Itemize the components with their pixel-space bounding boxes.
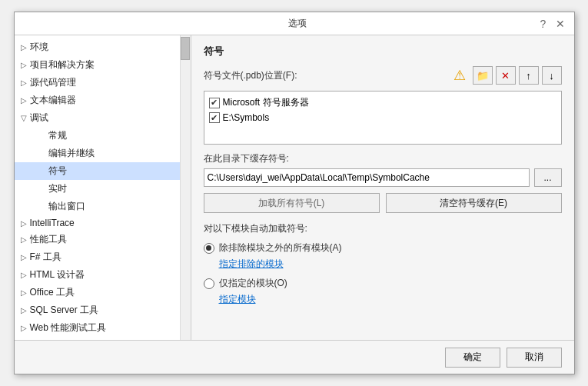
- dialog-title: 选项: [59, 17, 536, 30]
- sidebar-item-html[interactable]: ▷HTML 设计器: [15, 266, 191, 284]
- sidebar-item-label: Office 工具: [30, 287, 75, 298]
- expand-arrow: ▷: [21, 78, 28, 87]
- exclude-modules-link[interactable]: 指定排除的模块: [219, 258, 562, 271]
- sidebar-item-label: 实时: [48, 183, 67, 194]
- symbol-file-row: 符号文件(.pdb)位置(F): ⚠ 📁 ✕ ↑ ↓: [204, 66, 562, 85]
- sidebar-item-debug-edit[interactable]: 编辑并继续: [15, 145, 191, 162]
- sidebar-item-fsharp[interactable]: ▷F# 工具: [15, 248, 191, 266]
- dialog-body: ▷环境▷项目和解决方案▷源代码管理▷文本编辑器▽调试常规编辑并继续符号实时输出窗…: [15, 35, 574, 340]
- sidebar-item-label: 编辑并继续: [48, 148, 95, 158]
- sidebar-item-text[interactable]: ▷文本编辑器: [15, 92, 191, 109]
- sidebar-item-env[interactable]: ▷环境: [15, 38, 191, 56]
- sidebar-item-web[interactable]: ▷Web 性能测试工具: [15, 319, 191, 337]
- sidebar-item-label: F# 工具: [30, 251, 61, 262]
- listbox-item-label: E:\Symbols: [223, 112, 270, 123]
- listbox-item-label: Microsoft 符号服务器: [223, 96, 309, 109]
- expand-arrow: ▷: [21, 219, 28, 228]
- dialog-footer: 确定 取消: [15, 340, 574, 374]
- expand-arrow: ▷: [21, 253, 28, 261]
- options-dialog: 选项 ? ✕ ▷环境▷项目和解决方案▷源代码管理▷文本编辑器▽调试常规编辑并继续…: [14, 12, 575, 374]
- specify-modules-link[interactable]: 指定模块: [219, 293, 562, 306]
- sidebar-item-debug[interactable]: ▽调试: [15, 109, 191, 127]
- sidebar-item-proj[interactable]: ▷项目和解决方案: [15, 56, 191, 74]
- down-arrow-icon: ↓: [549, 70, 554, 82]
- cache-path-input[interactable]: [204, 168, 530, 187]
- sidebar-item-debug-symbol[interactable]: 符号: [15, 162, 191, 180]
- title-controls: ? ✕: [536, 16, 568, 32]
- clear-cache-button[interactable]: 清空符号缓存(E): [386, 193, 562, 213]
- action-buttons-row: 加载所有符号(L) 清空符号缓存(E): [204, 193, 562, 213]
- sidebar-scrollbar[interactable]: [180, 35, 191, 340]
- folder-icon: 📁: [477, 70, 489, 82]
- expand-arrow: ▷: [21, 43, 28, 52]
- radio1-label: 除排除模块之外的所有模块(A): [219, 241, 342, 255]
- up-icon-button[interactable]: ↑: [519, 66, 539, 85]
- sidebar-item-label: 调试: [30, 112, 48, 123]
- symbol-file-label: 符号文件(.pdb)位置(F):: [204, 69, 447, 82]
- section-title: 符号: [204, 45, 562, 58]
- sidebar: ▷环境▷项目和解决方案▷源代码管理▷文本编辑器▽调试常规编辑并继续符号实时输出窗…: [15, 35, 191, 340]
- sidebar-item-win[interactable]: ▷Windows 窗体设计器: [15, 337, 191, 340]
- checkbox-icon[interactable]: ✔: [209, 98, 220, 108]
- title-bar: 选项 ? ✕: [15, 12, 574, 35]
- sidebar-item-perf[interactable]: ▷性能工具: [15, 231, 191, 248]
- expand-arrow: ▷: [21, 271, 28, 279]
- help-button[interactable]: ?: [536, 16, 551, 32]
- sidebar-item-label: 源代码管理: [30, 77, 76, 88]
- browse-button[interactable]: ...: [534, 168, 562, 187]
- sidebar-item-label: 环境: [30, 42, 48, 52]
- delete-icon-button[interactable]: ✕: [496, 66, 516, 85]
- symbol-listbox[interactable]: ✔Microsoft 符号服务器✔E:\Symbols: [204, 91, 562, 145]
- radio2-row: 仅指定的模块(O): [204, 277, 562, 290]
- cancel-button[interactable]: 取消: [507, 348, 562, 368]
- sidebar-item-label: 文本编辑器: [30, 95, 76, 105]
- radio1-row: 除排除模块之外的所有模块(A): [204, 241, 562, 255]
- sidebar-item-sql[interactable]: ▷SQL Server 工具: [15, 301, 191, 319]
- content-area: 符号 符号文件(.pdb)位置(F): ⚠ 📁 ✕ ↑ ↓ ✔Micr: [191, 35, 574, 340]
- sidebar-item-label: 常规: [48, 130, 67, 141]
- sidebar-item-label: 符号: [48, 165, 67, 176]
- scrollbar-thumb: [181, 37, 190, 60]
- warning-icon: ⚠: [450, 66, 470, 85]
- radio2-icon[interactable]: [204, 278, 214, 289]
- collapse-arrow: ▽: [21, 114, 28, 122]
- listbox-item[interactable]: ✔E:\Symbols: [208, 111, 558, 125]
- expand-arrow: ▷: [21, 96, 28, 105]
- sidebar-item-intellitrace[interactable]: ▷IntelliTrace: [15, 215, 191, 231]
- cache-label: 在此目录下缓存符号:: [204, 152, 562, 165]
- sidebar-item-debug-output[interactable]: 输出窗口: [15, 198, 191, 215]
- sidebar-item-label: 输出窗口: [48, 201, 85, 211]
- sidebar-item-label: 项目和解决方案: [30, 59, 95, 70]
- expand-arrow: ▷: [21, 288, 28, 297]
- sidebar-item-label: IntelliTrace: [30, 218, 75, 228]
- sidebar-item-label: Web 性能测试工具: [30, 322, 107, 333]
- folder-icon-button[interactable]: 📁: [473, 66, 493, 85]
- cache-field-row: ...: [204, 168, 562, 187]
- expand-arrow: ▷: [21, 61, 28, 69]
- auto-load-label: 对以下模块自动加载符号:: [204, 222, 562, 235]
- sidebar-item-label: HTML 设计器: [30, 269, 85, 280]
- sidebar-item-debug-general[interactable]: 常规: [15, 127, 191, 145]
- listbox-item[interactable]: ✔Microsoft 符号服务器: [208, 95, 558, 111]
- expand-arrow: ▷: [21, 324, 28, 332]
- radio2-label: 仅指定的模块(O): [219, 277, 287, 290]
- checkbox-icon[interactable]: ✔: [209, 112, 220, 123]
- down-icon-button[interactable]: ↓: [542, 66, 562, 85]
- ok-button[interactable]: 确定: [445, 348, 500, 368]
- sidebar-item-debug-rt[interactable]: 实时: [15, 180, 191, 198]
- sidebar-item-label: 性能工具: [30, 234, 67, 245]
- close-button[interactable]: ✕: [553, 16, 568, 32]
- load-all-button[interactable]: 加载所有符号(L): [204, 193, 380, 213]
- sidebar-item-office[interactable]: ▷Office 工具: [15, 284, 191, 301]
- delete-icon: ✕: [501, 70, 510, 82]
- expand-arrow: ▷: [21, 306, 28, 314]
- sidebar-item-label: SQL Server 工具: [30, 304, 99, 315]
- radio1-icon[interactable]: [204, 243, 214, 254]
- sidebar-item-src[interactable]: ▷源代码管理: [15, 74, 191, 92]
- expand-arrow: ▷: [21, 235, 28, 244]
- up-arrow-icon: ↑: [526, 70, 531, 82]
